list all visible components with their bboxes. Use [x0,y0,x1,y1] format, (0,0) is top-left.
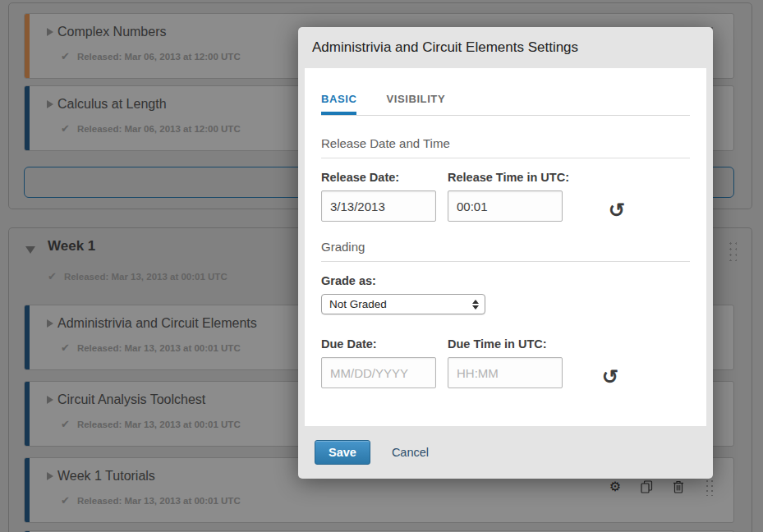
modal-body: BASIC VISIBILITY Release Date and Time R… [305,68,706,426]
release-date-input[interactable] [321,190,436,222]
modal-footer: Save Cancel [298,426,713,479]
release-time-label: Release Time in UTC: [448,171,569,184]
modal-tab-bar: BASIC VISIBILITY [321,93,690,116]
grading-section-heading: Grading [321,240,690,262]
due-time-label: Due Time in UTC: [448,337,563,351]
release-date-label: Release Date: [321,171,436,184]
grade-as-select[interactable]: Not Graded [321,294,485,314]
subsection-settings-modal: Administrivia and Circuit Elements Setti… [298,27,713,479]
tab-visibility[interactable]: VISIBILITY [386,93,445,115]
due-date-label: Due Date: [321,337,436,351]
grade-as-selected-value: Not Graded [329,298,387,310]
grade-as-label: Grade as: [321,274,690,287]
modal-title: Administrivia and Circuit Elements Setti… [298,27,713,68]
due-date-input[interactable] [321,357,436,388]
reset-due-date-icon[interactable]: ↺ [602,369,618,385]
select-arrows-icon [472,300,479,310]
due-time-input[interactable] [448,357,563,388]
cancel-link[interactable]: Cancel [392,446,429,459]
save-button[interactable]: Save [315,440,370,465]
reset-release-date-icon[interactable]: ↺ [609,202,625,218]
tab-basic[interactable]: BASIC [321,93,356,115]
release-section-heading: Release Date and Time [321,136,690,158]
release-time-input[interactable] [448,190,563,222]
